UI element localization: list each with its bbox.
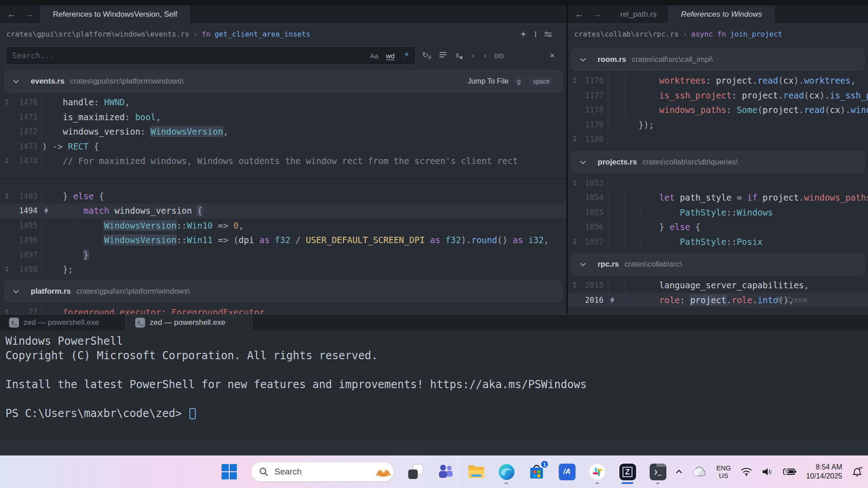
task-view-button[interactable] <box>407 463 424 480</box>
code-action-bolt-icon[interactable] <box>44 207 49 214</box>
terminal-tab-2[interactable]: ❯_ zed — powershell.exe <box>126 314 252 331</box>
line-number[interactable]: 1495 <box>13 218 41 233</box>
jump-to-file-button[interactable]: Jump To Filegspace <box>467 77 553 86</box>
chevron-down-icon[interactable] <box>13 289 19 294</box>
line-number[interactable]: 1055 <box>580 205 607 220</box>
forward-arrow-icon[interactable]: → <box>25 9 33 19</box>
zed-editor-icon[interactable]: Z <box>619 463 636 480</box>
line-number[interactable]: 1178 <box>580 103 607 117</box>
line-number[interactable]: 1474 <box>13 154 41 169</box>
expand-excerpt-up-button[interactable]: ↥ <box>0 308 13 314</box>
line-number[interactable]: 1497 <box>13 248 41 263</box>
line-number[interactable]: 1471 <box>13 110 41 125</box>
filter-lines-button[interactable] <box>438 51 448 61</box>
selection-search-button[interactable]: s✱ <box>454 51 465 60</box>
excerpt-header[interactable]: events.rscrates\gpui\src\platform\window… <box>5 70 562 92</box>
start-button[interactable] <box>221 463 238 480</box>
back-arrow-icon[interactable]: ← <box>575 9 584 19</box>
code-line[interactable]: 1494match windows_version { <box>0 203 566 218</box>
battery-charging-icon[interactable] <box>783 468 797 476</box>
tab-references-windows[interactable]: References to Windows <box>669 5 774 24</box>
line-number[interactable]: 1494 <box>13 203 41 218</box>
teams-icon[interactable] <box>437 463 454 480</box>
close-search-button[interactable]: × <box>550 51 555 61</box>
tray-chevron-up-icon[interactable] <box>675 469 683 474</box>
chevron-down-icon[interactable] <box>13 79 19 84</box>
chevron-down-icon[interactable] <box>580 160 586 164</box>
line-number[interactable]: 2016 <box>580 293 607 308</box>
line-number[interactable]: 1056 <box>580 220 607 235</box>
line-number[interactable]: 1053 <box>580 176 607 191</box>
wifi-icon[interactable] <box>741 467 752 476</box>
line-number[interactable]: 1177 <box>580 88 607 103</box>
expand-excerpt-up-button[interactable]: ↥ <box>568 281 580 289</box>
search-input[interactable]: Search... Aa wd .✳ <box>5 46 416 65</box>
expand-excerpt-down-button[interactable]: ↧ <box>568 135 580 143</box>
code-line[interactable]: ↥27foreground_executor: ForegroundExecut… <box>0 305 566 314</box>
tab-rel-path[interactable]: rel_path.rs <box>609 5 669 23</box>
code-line[interactable]: 1472windows_version: WindowsVersion, <box>0 124 566 139</box>
code-line[interactable]: 1054let path_style = if project.windows_… <box>568 190 868 205</box>
code-line[interactable]: ↥1176worktrees: project.read(cx).worktre… <box>568 73 868 88</box>
edge-browser-icon[interactable] <box>498 463 515 480</box>
excerpt-header[interactable]: platform.rscrates\gpui\src\platform\wind… <box>5 281 562 302</box>
volume-icon[interactable] <box>762 467 774 476</box>
slack-icon[interactable] <box>589 463 606 480</box>
notification-bell-dnd-icon[interactable]: zz <box>852 466 863 477</box>
windows-terminal-icon[interactable]: ❯_ <box>649 463 666 480</box>
code-line[interactable]: 1471is_maximized: bool, <box>0 110 566 125</box>
expand-excerpt-up-button[interactable]: ↥ <box>0 192 13 200</box>
terminal-output[interactable]: Windows PowerShellCopyright (C) Microsof… <box>0 331 868 441</box>
code-line[interactable]: ↧1498}; <box>0 262 566 277</box>
excerpt-header[interactable]: projects.rscrates\collab\src\db\queries\ <box>571 151 864 173</box>
excerpt-header[interactable]: room.rscrates\call\src\call_impl\ <box>571 49 864 70</box>
line-number[interactable]: 1470 <box>13 95 41 110</box>
editor-controls-icon[interactable] <box>544 31 552 38</box>
chevron-down-icon[interactable] <box>580 57 586 62</box>
line-number[interactable]: 1498 <box>13 262 41 277</box>
expand-excerpt-up-button[interactable]: ↥ <box>568 179 580 187</box>
code-line[interactable]: 1179}); <box>568 117 868 132</box>
prev-match-button[interactable]: ‹ <box>470 51 476 60</box>
code-line[interactable]: 2016role: project.role.into(),Conra <box>568 293 868 308</box>
taskbar-search-box[interactable]: Search <box>251 462 394 482</box>
code-action-bolt-icon[interactable] <box>610 296 615 304</box>
code-line[interactable]: ↥1493} else { <box>0 189 566 204</box>
inline-assist-sparkle-icon[interactable] <box>520 31 527 38</box>
toggle-replace-button[interactable]: ↻R <box>421 51 432 60</box>
code-line[interactable]: ↧1474// For maximized windows, Windows o… <box>0 154 566 169</box>
code-line[interactable]: 1178windows_paths: Some(project.read(cx)… <box>568 103 868 117</box>
line-number[interactable]: 1176 <box>580 73 607 88</box>
onedrive-cloud-icon[interactable] <box>692 467 707 477</box>
expand-excerpt-down-button[interactable]: ↧ <box>0 157 13 165</box>
code-line[interactable]: ↥1053 <box>568 176 868 191</box>
line-number[interactable]: 1473 <box>13 139 41 154</box>
code-line[interactable]: ↧1180 <box>568 132 868 147</box>
code-line[interactable]: ↥2015language_server_capabilities, <box>568 278 868 293</box>
line-number[interactable]: 1496 <box>13 233 41 248</box>
back-arrow-icon[interactable]: ← <box>7 9 16 19</box>
case-sensitive-toggle[interactable]: Aa <box>370 52 378 60</box>
tab-references-windowsversion[interactable]: References to WindowsVersion, Self <box>41 5 189 24</box>
regex-toggle[interactable]: .✳ <box>402 52 409 60</box>
excerpt-header[interactable]: rpc.rscrates\collab\src\ <box>571 253 864 275</box>
code-line[interactable]: 1473) -> RECT { <box>0 139 566 154</box>
text-cursor-icon[interactable]: I <box>534 30 537 39</box>
line-number[interactable]: 27 <box>13 305 41 314</box>
right-editor-multibuffer[interactable]: room.rscrates\call\src\call_impl\↥1176wo… <box>568 44 868 314</box>
window-titlebar[interactable] <box>0 0 868 5</box>
line-number[interactable]: 1179 <box>580 117 607 132</box>
expand-excerpt-down-button[interactable]: ↧ <box>0 265 13 273</box>
line-number[interactable]: 1054 <box>580 190 607 205</box>
code-line[interactable]: ↥1470handle: HWND, <box>0 95 566 110</box>
code-line[interactable]: 1496WindowsVersion::Win11 => (dpi as f32… <box>0 233 566 248</box>
code-line[interactable]: 1056} else { <box>568 220 868 235</box>
breadcrumb[interactable]: crates\gpui\src\platform\windows\events.… <box>0 24 566 44</box>
code-line[interactable]: 1497} <box>0 248 566 263</box>
whole-word-toggle[interactable]: wd <box>386 52 395 60</box>
clock[interactable]: 8:54 AM 10/14/2025 <box>806 463 842 481</box>
code-line[interactable]: ↧1057PathStyle::Posix <box>568 235 868 249</box>
forward-arrow-icon[interactable]: → <box>593 9 601 19</box>
microsoft-store-icon[interactable]: 1 <box>528 463 545 480</box>
line-number[interactable]: 1180 <box>580 132 607 147</box>
